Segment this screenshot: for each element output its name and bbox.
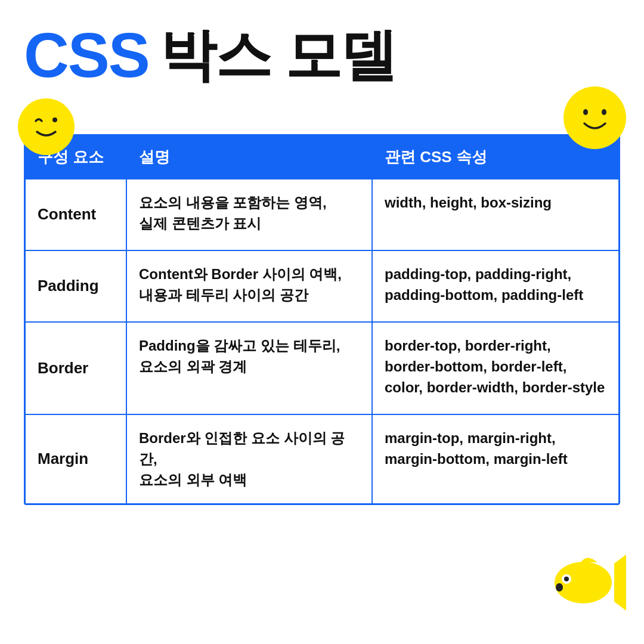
emoji-top-left xyxy=(18,98,75,155)
svg-point-3 xyxy=(583,109,588,115)
svg-point-10 xyxy=(556,583,563,592)
cell-border-name: Border xyxy=(26,323,127,414)
svg-point-1 xyxy=(52,117,57,122)
cell-margin-desc: Border와 인접한 요소 사이의 공간,요소의 외부 여백 xyxy=(127,415,373,503)
emoji-top-right xyxy=(564,86,626,149)
title-css: CSS xyxy=(24,24,149,86)
cell-border-css: border-top, border-right,border-bottom, … xyxy=(373,323,618,414)
svg-point-4 xyxy=(602,109,606,115)
cell-margin-name: Margin xyxy=(26,415,127,503)
table-row-padding: Padding Content와 Border 사이의 여백,내용과 테두리 사… xyxy=(26,250,618,321)
cell-padding-css: padding-top, padding-right,padding-botto… xyxy=(373,251,618,321)
svg-point-9 xyxy=(565,577,566,579)
svg-point-5 xyxy=(555,562,612,603)
cell-margin-css: margin-top, margin-right,margin-bottom, … xyxy=(373,415,618,503)
svg-point-2 xyxy=(564,86,626,149)
cell-padding-desc: Content와 Border 사이의 여백,내용과 테두리 사이의 공간 xyxy=(127,251,373,321)
svg-point-0 xyxy=(18,98,75,155)
table-row-margin: Margin Border와 인접한 요소 사이의 공간,요소의 외부 여백 m… xyxy=(26,414,618,503)
cell-padding-name: Padding xyxy=(26,251,127,321)
header-col3: 관련 CSS 속성 xyxy=(373,147,618,168)
cell-content-desc: 요소의 내용을 포함하는 영역,실제 콘텐츠가 표시 xyxy=(127,179,373,250)
title-row: CSS 박스 모델 xyxy=(24,18,620,86)
header-col2: 설명 xyxy=(127,147,373,168)
title-korean: 박스 모델 xyxy=(160,27,396,83)
emoji-bottom-right xyxy=(549,552,626,611)
cell-border-desc: Padding을 감싸고 있는 테두리,요소의 외곽 경계 xyxy=(127,323,373,414)
table-row-content: Content 요소의 내용을 포함하는 영역,실제 콘텐츠가 표시 width… xyxy=(26,178,618,250)
page-container: CSS 박스 모델 구성 요소 설명 xyxy=(0,0,644,644)
cell-content-name: Content xyxy=(26,179,127,250)
table-header: 구성 요소 설명 관련 CSS 속성 xyxy=(26,136,618,178)
cell-content-css: width, height, box-sizing xyxy=(373,179,618,250)
table-row-border: Border Padding을 감싸고 있는 테두리,요소의 외곽 경계 bor… xyxy=(26,321,618,414)
table: 구성 요소 설명 관련 CSS 속성 Content 요소의 내용을 포함하는 … xyxy=(24,134,620,505)
svg-marker-6 xyxy=(614,555,626,611)
